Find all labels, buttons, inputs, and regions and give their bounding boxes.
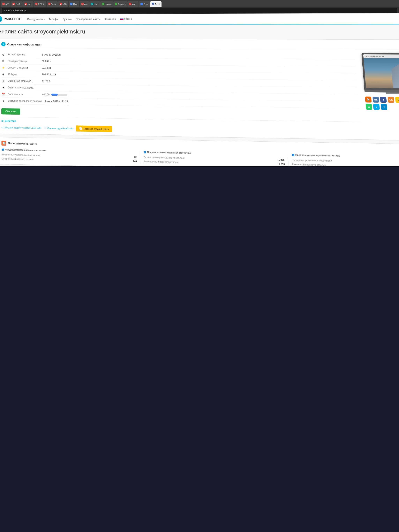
favicon-1: А xyxy=(2,3,5,5)
load-speed-icon: ⚡ xyxy=(1,66,5,70)
logo-text: PARSESITE xyxy=(4,17,21,21)
evaluate-link[interactable]: 📄 Оценить другой веб-сайт xyxy=(44,127,73,130)
social-telegram-icon[interactable]: ✈ xyxy=(381,104,387,110)
favicon-11: Г xyxy=(115,3,117,5)
nav-best[interactable]: Лучшие xyxy=(62,18,72,20)
daily-icon: 👥 xyxy=(1,148,4,151)
address-bar-input[interactable] xyxy=(1,8,398,13)
nav-tariffs[interactable]: Тарифы xyxy=(49,18,58,20)
main-content: Анализ сайта stroycomplektmsk.ru i Основ… xyxy=(0,24,399,166)
tab-5[interactable]: ▶ Урав. xyxy=(47,1,58,7)
favicon-12: Я xyxy=(129,3,131,5)
quality-score: 40/100 xyxy=(42,93,67,96)
favicon-10: К xyxy=(102,3,104,5)
quality-icon: ✦ xyxy=(1,86,5,90)
daily-pageviews-value: 248 xyxy=(133,160,137,163)
laptop-stand xyxy=(386,93,399,95)
monthly-stats-col: 👥 Предполагаемая месячная статистика Еже… xyxy=(143,151,289,166)
tab-4[interactable]: ▶ ЭТА № xyxy=(33,1,46,7)
daily-stats-title: 👥 Предполагаемая дневная статистика xyxy=(1,148,136,153)
nav-contacts[interactable]: Контакты xyxy=(104,18,116,20)
tab-7[interactable]: М Почт xyxy=(69,1,79,7)
favicon-14: 🚀 xyxy=(152,3,154,5)
favicon-2: ▶ xyxy=(13,3,15,5)
progress-bar xyxy=(51,94,67,96)
nav-verified[interactable]: Проверенные сайты xyxy=(76,18,101,20)
tab-13[interactable]: Т Пров xyxy=(139,1,150,7)
social-whatsapp-icon[interactable]: W xyxy=(366,104,372,110)
traffic-section: 📊 Посещаемость сайта 👥 Предполагаемая дн… xyxy=(0,137,399,166)
domain-age-label: Возраст домена xyxy=(8,53,39,56)
evaluate-icon: 📄 xyxy=(44,127,47,129)
favicon-7: М xyxy=(70,3,72,5)
domain-age-icon: ⊙ xyxy=(1,53,5,57)
date-icon: 📅 xyxy=(1,92,5,96)
monthly-stats-title: 👥 Предполагаемая месячная статистика xyxy=(143,151,284,156)
date-label: Дата анализа xyxy=(8,93,40,96)
page-title: Анализ сайта stroycomplektmsk.ru xyxy=(0,28,399,35)
address-bar-row xyxy=(0,7,399,14)
tab-close-icon[interactable]: ✕ xyxy=(158,3,160,5)
social-rss-icon[interactable]: 📡 xyxy=(365,96,372,102)
lang-selector[interactable]: Язык ▾ xyxy=(120,18,132,20)
monthly-visitors-label: Ежемесячные уникальные посетители xyxy=(144,156,185,159)
traffic-icon: 📊 xyxy=(1,141,6,146)
site-nav: 🔍 PARSESITE Инструменты Тарифы Лучшие Пр… xyxy=(0,13,399,25)
daily-visitors-label: Ежедневные уникальные посетители xyxy=(1,153,40,157)
update-icon: ↺ xyxy=(1,99,5,103)
tab-14-active[interactable]: 🚀 Ан ✕ xyxy=(150,1,162,7)
tab-9[interactable]: ◎ stroy xyxy=(89,1,100,7)
ip-label: IP Адрес xyxy=(8,73,39,76)
monthly-pageviews-label: Ежемесячный просмотр страниц xyxy=(144,160,179,164)
browser-chrome: А Абб ▶ YouTu ▶ Что. ▶ ЭТА № ▶ Урав. ▶ Ч… xyxy=(0,0,399,14)
actions-section: ⇄ Действия ◁ Получить виджет / продать в… xyxy=(1,117,361,136)
cost-label: Оценочная стоимость xyxy=(8,79,39,82)
update-label: Доступно обновление анализа xyxy=(8,99,42,103)
tab-3[interactable]: ▶ Что. xyxy=(23,1,33,7)
traffic-title: Посещаемость сайта xyxy=(8,142,38,146)
tab-1[interactable]: А Абб xyxy=(1,1,11,7)
positions-button[interactable]: 📈 Проверка позиций сайта xyxy=(76,126,112,132)
screen-body xyxy=(364,58,399,89)
laptop-screen-inner: СК «СтройКомплекта» xyxy=(363,54,399,89)
daily-pageviews-label: Ежедневный просмотр страниц xyxy=(1,157,34,160)
tab-2[interactable]: ▶ YouTu xyxy=(11,1,23,7)
tab-10[interactable]: К Корпор xyxy=(100,1,113,7)
page-size-value: 38.88 kb xyxy=(42,60,51,63)
monthly-icon: 👥 xyxy=(143,151,146,153)
update-button[interactable]: Обновить xyxy=(1,108,20,115)
monthly-visitors-value: 1 835 xyxy=(279,158,285,161)
page-size-icon: ⚖ xyxy=(1,59,5,63)
progress-fill xyxy=(51,94,57,96)
logo-icon: 🔍 xyxy=(0,16,2,22)
quality-score-value: 40/100 xyxy=(42,93,50,96)
screen-header-bar: СК «СтройКомплекта» xyxy=(363,54,399,58)
favicon-8: Я xyxy=(81,3,84,5)
laptop-preview: СК «СтройКомплекта» 📡 xyxy=(361,53,399,137)
favicon-6: ▶ xyxy=(60,3,62,5)
daily-stats-col: 👥 Предполагаемая дневная статистика Ежед… xyxy=(1,148,140,164)
tab-11[interactable]: Г Главная xyxy=(113,1,127,7)
laptop-screen-outer: СК «СтройКомплекта» xyxy=(361,53,399,90)
social-emoji-icon[interactable]: 😊 xyxy=(395,97,399,103)
page-size-label: Размер страницы xyxy=(8,60,39,63)
tab-6[interactable]: ▶ ЧТО xyxy=(58,1,68,7)
ip-value: 104.45.11.13 xyxy=(42,73,56,76)
social-ok-icon[interactable]: ОК xyxy=(388,97,394,103)
favicon-13: Т xyxy=(140,3,143,5)
monthly-pageviews-value: 7 953 xyxy=(279,163,285,165)
ip-icon: ⊕ xyxy=(1,72,5,76)
social-skype-icon[interactable]: S xyxy=(373,104,380,110)
social-fb-icon[interactable]: f xyxy=(380,97,387,103)
browser-tabs: А Абб ▶ YouTu ▶ Что. ▶ ЭТА № ▶ Урав. ▶ Ч… xyxy=(0,0,399,7)
social-vk-icon[interactable]: ВК xyxy=(373,97,379,103)
widget-link[interactable]: ◁ Получить виджет / продать веб-сайт xyxy=(1,126,41,129)
load-speed-label: Скорость загрузки xyxy=(8,66,39,69)
tab-12[interactable]: Я инфо xyxy=(127,1,139,7)
nav-instruments[interactable]: Инструменты xyxy=(27,18,45,20)
yearly-visitors-label: Ежегодные уникальные посетители xyxy=(292,159,332,162)
tab-8[interactable]: Я ооо xyxy=(80,1,89,7)
positions-icon: 📈 xyxy=(79,127,82,130)
cost-value: 11.77 $ xyxy=(42,80,50,82)
domain-age-value: 1 месяц, 20 дней xyxy=(42,53,61,56)
